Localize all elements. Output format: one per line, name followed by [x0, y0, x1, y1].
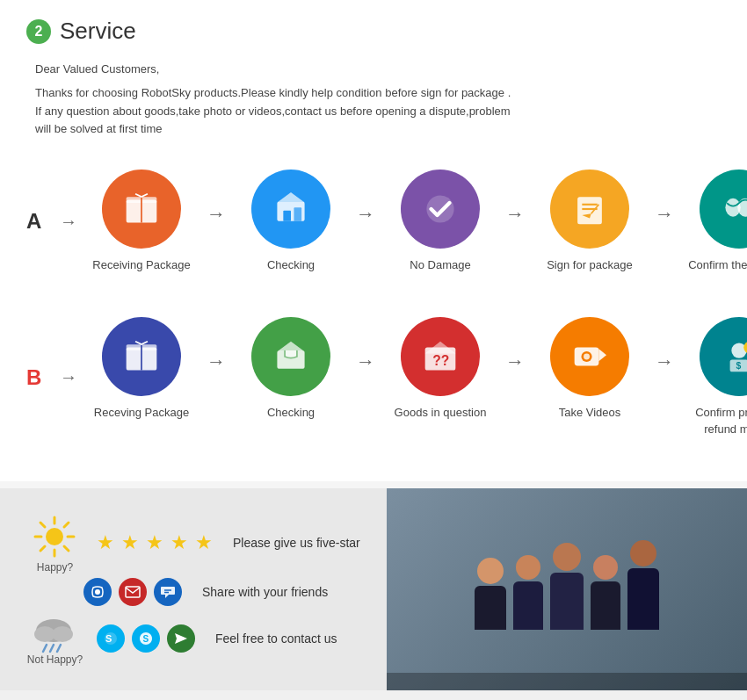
share-text: Share with your friends	[202, 585, 328, 599]
svg-point-42	[52, 626, 73, 642]
bottom-section: Happy? ★ ★ ★ ★ ★ Please give us five-sta…	[0, 488, 747, 690]
flow-b-step-5: $ $ Confirm problem,refund money	[682, 317, 747, 437]
svg-line-45	[57, 645, 61, 652]
flow-a-items: Receiving Package →	[84, 170, 747, 273]
chat-icon	[154, 578, 182, 606]
arrow-b-3: →	[497, 350, 533, 373]
star-3: ★	[146, 531, 163, 554]
svg-line-43	[43, 645, 47, 652]
flow-a-step-1: Receiving Package	[84, 170, 199, 273]
staff-3	[550, 543, 584, 630]
flow-b-label: B	[26, 365, 53, 390]
flow-a-step-4: Sign for package	[533, 170, 647, 273]
flow-b-step-5-label: Confirm problem,refund money	[695, 405, 747, 437]
not-happy-icon-wrap: Not Happy?	[26, 611, 83, 666]
share-icons	[83, 578, 182, 606]
skype-icon-2: S	[132, 624, 160, 653]
service-intro: Dear Valued Customers, Thanks for choosi…	[26, 61, 721, 139]
staff-photo	[387, 488, 747, 690]
staff-image	[387, 488, 747, 690]
photo-bottom-bar	[387, 673, 747, 690]
flow-b-step-2: Checking	[234, 317, 348, 421]
happy-icon-wrap: Happy?	[26, 513, 83, 574]
flow-a-start-arrow: →	[60, 212, 77, 232]
flow-a-label: A	[26, 209, 53, 234]
service-section: 2 Service Dear Valued Customers, Thanks …	[0, 0, 747, 481]
arrow-b-4: →	[647, 350, 682, 373]
service-title: Service	[60, 18, 136, 45]
not-happy-label: Not Happy?	[27, 653, 83, 666]
contact-icons: S S	[97, 624, 195, 653]
cloud-icon-group: Not Happy?	[27, 611, 83, 666]
share-row: Share with your friends	[26, 578, 360, 606]
five-star-text: Please give us five-star	[233, 536, 360, 550]
flow-b-step-3: ?? Goods in question	[383, 317, 497, 421]
flow-a-step-1-label: Receiving Package	[92, 257, 190, 273]
arrow-a-3: →	[497, 203, 533, 226]
sun-icon-group: Happy?	[31, 513, 79, 574]
svg-marker-49	[175, 633, 187, 644]
flow-a-step-5-label: Confirm the delivery	[688, 257, 747, 273]
bottom-left: Happy? ★ ★ ★ ★ ★ Please give us five-sta…	[0, 488, 387, 690]
happy-label: Happy?	[31, 561, 79, 574]
happy-row: Happy? ★ ★ ★ ★ ★ Please give us five-sta…	[26, 513, 360, 574]
arrow-a-2: →	[348, 203, 383, 226]
flow-a-step-5: Confirm the delivery	[682, 170, 747, 273]
svg-text:$: $	[736, 361, 742, 371]
flow-a-step-3-label: No Damage	[410, 257, 470, 273]
main-container: 2 Service Dear Valued Customers, Thanks …	[0, 0, 747, 690]
svg-line-44	[50, 645, 54, 652]
flow-b-step-3-label: Goods in question	[395, 405, 487, 421]
svg-marker-21	[598, 350, 606, 362]
svg-line-34	[64, 523, 69, 527]
take-videos-icon	[550, 317, 629, 396]
svg-line-33	[64, 546, 69, 551]
five-star-icons: ★ ★ ★ ★ ★	[97, 531, 213, 554]
svg-point-27	[46, 528, 63, 545]
service-number-badge: 2	[26, 19, 51, 44]
send-icon	[167, 624, 195, 653]
flow-a-section: A → Receiving Package	[26, 161, 721, 291]
flow-b-start-arrow: →	[60, 367, 77, 387]
checking-icon-a	[251, 170, 330, 249]
flow-b-items: Receving Package → Checking	[84, 317, 747, 437]
flow-a-step-4-label: Sign for package	[547, 257, 633, 273]
receiving-package-icon	[102, 170, 181, 249]
svg-text:??: ??	[432, 354, 449, 369]
svg-point-36	[95, 589, 100, 595]
flow-b-step-1: Receving Package	[84, 317, 199, 421]
flow-b-step-4-label: Take Videos	[559, 405, 621, 421]
description-text: Thanks for choosing RobotSky products.Pl…	[35, 84, 721, 139]
svg-line-35	[40, 546, 45, 551]
flow-b-section: B → Receving Package	[26, 308, 721, 454]
flow-a-step-2-label: Checking	[267, 257, 315, 273]
flow-a-step-3: No Damage	[383, 170, 497, 273]
svg-point-20	[584, 354, 590, 360]
contact-text: Feel free to contact us	[215, 631, 337, 646]
checking-icon-b	[251, 317, 330, 396]
arrow-a-1: →	[199, 203, 234, 226]
not-happy-row: Not Happy? S S	[26, 611, 360, 666]
staff-2	[513, 555, 543, 630]
flow-a-row: A → Receiving Package	[26, 170, 721, 273]
star-5: ★	[195, 531, 213, 554]
svg-rect-37	[126, 587, 140, 597]
star-2: ★	[121, 531, 139, 554]
sign-package-icon	[550, 170, 629, 249]
skype-icon: S	[97, 624, 125, 653]
star-4: ★	[170, 531, 188, 554]
greeting-text: Dear Valued Customers,	[35, 61, 721, 79]
svg-text:S: S	[105, 633, 112, 644]
email-icon	[119, 578, 147, 606]
flow-a-step-2: Checking	[234, 170, 348, 273]
phone-icon	[83, 578, 112, 606]
svg-text:S: S	[143, 634, 149, 644]
confirm-delivery-icon	[700, 170, 747, 249]
staff-1	[475, 558, 506, 630]
confirm-problem-icon: $ $	[700, 317, 747, 396]
flow-b-row: B → Receving Package	[26, 317, 721, 437]
svg-rect-5	[294, 207, 301, 221]
flow-b-step-4: Take Videos	[533, 317, 647, 421]
star-1: ★	[97, 531, 114, 554]
svg-line-32	[40, 523, 45, 527]
